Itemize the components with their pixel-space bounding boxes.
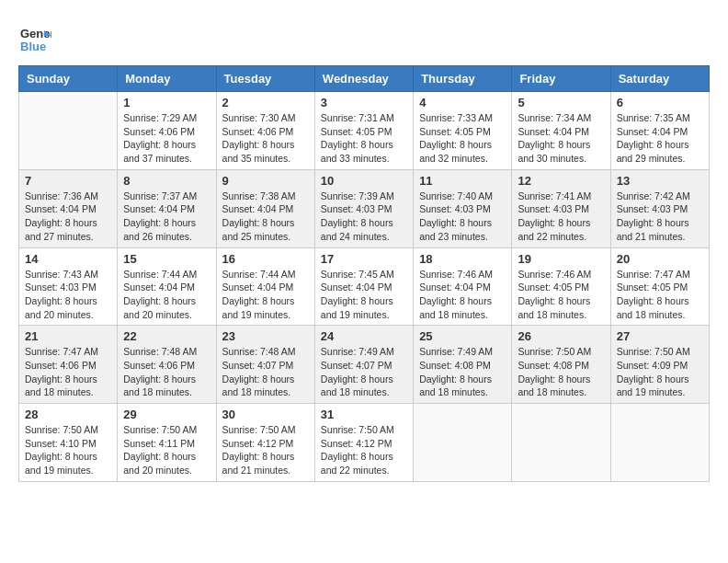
calendar-day-cell: 30Sunrise: 7:50 AMSunset: 4:12 PMDayligh… <box>216 404 314 482</box>
calendar-day-cell: 11Sunrise: 7:40 AMSunset: 4:03 PMDayligh… <box>414 169 512 247</box>
day-number: 9 <box>222 174 309 188</box>
calendar-day-cell: 18Sunrise: 7:46 AMSunset: 4:04 PMDayligh… <box>414 247 512 326</box>
calendar-day-cell: 6Sunrise: 7:35 AMSunset: 4:04 PMDaylight… <box>610 92 709 170</box>
day-info: Sunrise: 7:44 AMSunset: 4:04 PMDaylight:… <box>123 268 210 322</box>
calendar-day-cell: 13Sunrise: 7:42 AMSunset: 4:03 PMDayligh… <box>610 169 709 247</box>
calendar-day-cell: 23Sunrise: 7:48 AMSunset: 4:07 PMDayligh… <box>216 326 314 404</box>
calendar-day-cell <box>512 404 610 482</box>
day-info: Sunrise: 7:46 AMSunset: 4:05 PMDaylight:… <box>518 268 604 322</box>
day-header-thursday: Thursday <box>414 66 512 92</box>
calendar-day-cell: 21Sunrise: 7:47 AMSunset: 4:06 PMDayligh… <box>19 326 118 404</box>
calendar-header-row: SundayMondayTuesdayWednesdayThursdayFrid… <box>19 66 710 92</box>
day-number: 22 <box>123 329 210 343</box>
day-info: Sunrise: 7:47 AMSunset: 4:06 PMDaylight:… <box>25 345 111 399</box>
calendar-day-cell: 7Sunrise: 7:36 AMSunset: 4:04 PMDaylight… <box>19 169 118 247</box>
calendar-day-cell: 4Sunrise: 7:33 AMSunset: 4:05 PMDaylight… <box>414 92 512 170</box>
day-number: 23 <box>222 329 309 343</box>
day-number: 30 <box>222 408 309 421</box>
day-info: Sunrise: 7:48 AMSunset: 4:06 PMDaylight:… <box>123 345 210 399</box>
day-header-saturday: Saturday <box>610 66 709 92</box>
day-info: Sunrise: 7:35 AMSunset: 4:04 PMDaylight:… <box>617 111 703 166</box>
calendar-week-row: 28Sunrise: 7:50 AMSunset: 4:10 PMDayligh… <box>19 404 710 482</box>
logo-icon: General Blue <box>18 23 51 56</box>
calendar-day-cell: 22Sunrise: 7:48 AMSunset: 4:06 PMDayligh… <box>118 326 216 404</box>
calendar-table: SundayMondayTuesdayWednesdayThursdayFrid… <box>18 65 710 482</box>
day-header-tuesday: Tuesday <box>216 66 314 92</box>
day-info: Sunrise: 7:50 AMSunset: 4:08 PMDaylight:… <box>518 345 604 399</box>
calendar-day-cell: 5Sunrise: 7:34 AMSunset: 4:04 PMDaylight… <box>512 92 610 170</box>
calendar-day-cell: 20Sunrise: 7:47 AMSunset: 4:05 PMDayligh… <box>610 247 709 326</box>
day-info: Sunrise: 7:44 AMSunset: 4:04 PMDaylight:… <box>222 268 309 322</box>
calendar-day-cell: 17Sunrise: 7:45 AMSunset: 4:04 PMDayligh… <box>314 247 413 326</box>
day-number: 21 <box>25 329 111 343</box>
day-info: Sunrise: 7:47 AMSunset: 4:05 PMDaylight:… <box>617 268 703 322</box>
calendar-day-cell: 1Sunrise: 7:29 AMSunset: 4:06 PMDaylight… <box>118 92 216 170</box>
calendar-week-row: 7Sunrise: 7:36 AMSunset: 4:04 PMDaylight… <box>19 169 710 247</box>
calendar-day-cell: 31Sunrise: 7:50 AMSunset: 4:12 PMDayligh… <box>314 404 413 482</box>
calendar-day-cell: 14Sunrise: 7:43 AMSunset: 4:03 PMDayligh… <box>19 247 118 326</box>
day-number: 25 <box>419 329 506 343</box>
day-header-sunday: Sunday <box>19 66 118 92</box>
day-header-friday: Friday <box>512 66 610 92</box>
calendar-day-cell: 26Sunrise: 7:50 AMSunset: 4:08 PMDayligh… <box>512 326 610 404</box>
calendar-day-cell: 8Sunrise: 7:37 AMSunset: 4:04 PMDaylight… <box>118 169 216 247</box>
day-number: 14 <box>25 252 111 266</box>
calendar-week-row: 21Sunrise: 7:47 AMSunset: 4:06 PMDayligh… <box>19 326 710 404</box>
calendar-day-cell: 28Sunrise: 7:50 AMSunset: 4:10 PMDayligh… <box>19 404 118 482</box>
day-info: Sunrise: 7:50 AMSunset: 4:10 PMDaylight:… <box>25 423 111 477</box>
day-info: Sunrise: 7:39 AMSunset: 4:03 PMDaylight:… <box>321 190 407 244</box>
calendar-day-cell: 9Sunrise: 7:38 AMSunset: 4:04 PMDaylight… <box>216 169 314 247</box>
day-number: 27 <box>617 329 703 343</box>
day-info: Sunrise: 7:29 AMSunset: 4:06 PMDaylight:… <box>123 111 210 166</box>
day-number: 29 <box>123 408 210 421</box>
day-info: Sunrise: 7:41 AMSunset: 4:03 PMDaylight:… <box>518 190 604 244</box>
day-info: Sunrise: 7:43 AMSunset: 4:03 PMDaylight:… <box>25 268 111 322</box>
day-info: Sunrise: 7:50 AMSunset: 4:12 PMDaylight:… <box>222 423 309 477</box>
day-info: Sunrise: 7:42 AMSunset: 4:03 PMDaylight:… <box>617 190 703 244</box>
calendar-day-cell: 25Sunrise: 7:49 AMSunset: 4:08 PMDayligh… <box>414 326 512 404</box>
day-info: Sunrise: 7:40 AMSunset: 4:03 PMDaylight:… <box>419 190 506 244</box>
day-number: 13 <box>617 174 703 188</box>
calendar-week-row: 1Sunrise: 7:29 AMSunset: 4:06 PMDaylight… <box>19 92 710 170</box>
day-number: 7 <box>25 174 111 188</box>
svg-text:Blue: Blue <box>20 40 46 53</box>
calendar-day-cell: 2Sunrise: 7:30 AMSunset: 4:06 PMDaylight… <box>216 92 314 170</box>
day-number: 15 <box>123 252 210 266</box>
day-number: 26 <box>518 329 604 343</box>
day-info: Sunrise: 7:50 AMSunset: 4:09 PMDaylight:… <box>617 345 703 399</box>
calendar-day-cell: 19Sunrise: 7:46 AMSunset: 4:05 PMDayligh… <box>512 247 610 326</box>
day-number: 8 <box>123 174 210 188</box>
day-info: Sunrise: 7:50 AMSunset: 4:11 PMDaylight:… <box>123 423 210 477</box>
calendar-day-cell: 3Sunrise: 7:31 AMSunset: 4:05 PMDaylight… <box>314 92 413 170</box>
day-number: 11 <box>419 174 506 188</box>
day-number: 6 <box>617 96 703 109</box>
calendar-day-cell: 27Sunrise: 7:50 AMSunset: 4:09 PMDayligh… <box>610 326 709 404</box>
day-number: 19 <box>518 252 604 266</box>
day-info: Sunrise: 7:38 AMSunset: 4:04 PMDaylight:… <box>222 190 309 244</box>
day-number: 31 <box>321 408 407 421</box>
day-info: Sunrise: 7:33 AMSunset: 4:05 PMDaylight:… <box>419 111 506 166</box>
day-number: 2 <box>222 96 309 109</box>
day-info: Sunrise: 7:34 AMSunset: 4:04 PMDaylight:… <box>518 111 604 166</box>
calendar-day-cell: 12Sunrise: 7:41 AMSunset: 4:03 PMDayligh… <box>512 169 610 247</box>
day-info: Sunrise: 7:46 AMSunset: 4:04 PMDaylight:… <box>419 268 506 322</box>
day-number: 24 <box>321 329 407 343</box>
day-number: 4 <box>419 96 506 109</box>
calendar-day-cell: 15Sunrise: 7:44 AMSunset: 4:04 PMDayligh… <box>118 247 216 326</box>
logo: General Blue <box>18 23 55 56</box>
calendar-day-cell <box>414 404 512 482</box>
day-number: 10 <box>321 174 407 188</box>
day-info: Sunrise: 7:36 AMSunset: 4:04 PMDaylight:… <box>25 190 111 244</box>
calendar-day-cell <box>610 404 709 482</box>
day-number: 5 <box>518 96 604 109</box>
day-number: 12 <box>518 174 604 188</box>
day-info: Sunrise: 7:45 AMSunset: 4:04 PMDaylight:… <box>321 268 407 322</box>
day-info: Sunrise: 7:48 AMSunset: 4:07 PMDaylight:… <box>222 345 309 399</box>
day-header-monday: Monday <box>118 66 216 92</box>
day-info: Sunrise: 7:49 AMSunset: 4:08 PMDaylight:… <box>419 345 506 399</box>
calendar-day-cell: 10Sunrise: 7:39 AMSunset: 4:03 PMDayligh… <box>314 169 413 247</box>
day-info: Sunrise: 7:49 AMSunset: 4:07 PMDaylight:… <box>321 345 407 399</box>
calendar-day-cell: 24Sunrise: 7:49 AMSunset: 4:07 PMDayligh… <box>314 326 413 404</box>
calendar-week-row: 14Sunrise: 7:43 AMSunset: 4:03 PMDayligh… <box>19 247 710 326</box>
day-number: 3 <box>321 96 407 109</box>
